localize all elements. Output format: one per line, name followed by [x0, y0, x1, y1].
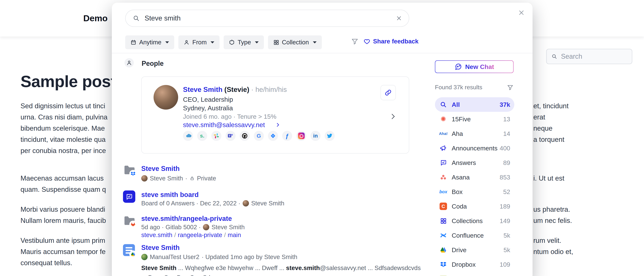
sidebar-item-asana[interactable]: Asana 853: [435, 170, 514, 184]
modal-search-bar[interactable]: [125, 10, 409, 27]
type-icon: [229, 39, 235, 45]
sidebar-item-label: Confluence: [452, 232, 484, 239]
google-icon[interactable]: G: [254, 131, 264, 141]
filter-from[interactable]: From: [178, 36, 220, 49]
result-row[interactable]: steve smith board Board of 0 Answers · D…: [123, 189, 414, 210]
sidebar-item-ds-config1[interactable]: IN ds_config1 3: [435, 272, 514, 276]
expand-person-chevron[interactable]: [389, 112, 397, 121]
brand-logo[interactable]: Demo: [83, 13, 108, 23]
box-icon: box: [439, 189, 448, 194]
sidebar-item-collections[interactable]: Collections 149: [435, 214, 514, 228]
salesforce-icon[interactable]: [183, 131, 193, 141]
result-row[interactable]: steve.smith/rangeela-private 5d ago · Gi…: [123, 213, 414, 241]
person-name-link[interactable]: Steve Smith: [183, 86, 222, 93]
sidebar-item-label: Aha: [452, 130, 463, 137]
linkedin-icon[interactable]: in: [310, 131, 320, 141]
blog-search-input[interactable]: [561, 52, 627, 60]
sidebar-item-all[interactable]: All 37k: [435, 97, 514, 112]
sidebar-item-answers[interactable]: Answers 89: [435, 156, 514, 170]
breadcrumb-segment[interactable]: main: [228, 232, 241, 238]
new-chat-button[interactable]: New Chat: [435, 60, 514, 73]
sidebar-item-coda[interactable]: C Coda 189: [435, 199, 514, 214]
filter-anytime[interactable]: Anytime: [125, 36, 174, 49]
sidebar-item-15five[interactable]: ✺ 15Five 13: [435, 112, 514, 126]
sidebar-item-aha[interactable]: Aha! Aha 14: [435, 126, 514, 141]
person-location: Sydney, Australia: [183, 104, 233, 112]
new-chat-label: New Chat: [465, 63, 494, 70]
result-meta: 5d ago · Gitlab 5002 ·: [141, 224, 201, 231]
share-feedback-label: Share feedback: [373, 38, 418, 45]
sidebar-item-count: 400: [500, 144, 510, 152]
instagram-icon[interactable]: [296, 131, 306, 141]
lock-icon: [190, 176, 195, 181]
results-count-label: Found 37k results: [435, 84, 482, 91]
filter-funnel-icon[interactable]: [351, 38, 358, 45]
separator: /: [222, 232, 228, 238]
sidebar-item-confluence[interactable]: Confluence 5k: [435, 228, 514, 243]
share-feedback-link[interactable]: Share feedback: [363, 38, 418, 45]
breadcrumb-segment[interactable]: steve.smith: [141, 232, 172, 238]
close-icon[interactable]: [518, 9, 525, 16]
result-title-link[interactable]: steve.smith/rangeela-private: [141, 215, 232, 222]
bg-text: um nec felis.: [533, 217, 572, 224]
result-privacy: Private: [197, 175, 216, 182]
sidebar-item-count: 13: [503, 116, 510, 123]
filter-collection[interactable]: Collection: [268, 36, 322, 49]
result-title-link[interactable]: Steve Smith: [141, 165, 180, 172]
sidebar-item-box[interactable]: box Box 52: [435, 184, 514, 199]
asana-icon: [440, 174, 447, 180]
chevron-right-icon[interactable]: [275, 122, 280, 128]
sidebar-item-label: All: [452, 101, 460, 108]
sidebar-item-count: 149: [500, 217, 510, 224]
showpad-icon[interactable]: s.: [197, 131, 207, 141]
bg-text: Mauris accumsan tempor fe: [20, 248, 106, 256]
sidebar-item-dropbox[interactable]: Dropbox 109: [435, 257, 514, 272]
avatar: [203, 224, 209, 230]
slack-icon[interactable]: [211, 131, 222, 141]
folder-icon: [123, 215, 136, 227]
bg-text: Maecenas accumsan lacus: [20, 174, 104, 182]
separator: ·: [251, 86, 254, 93]
confluence-icon: [440, 232, 447, 239]
result-title-link[interactable]: Steve Smith: [141, 244, 180, 252]
person-card[interactable]: Steve Smith (Stevie) · he/him/his CEO, L…: [141, 76, 409, 154]
sidebar-item-count: 3: [507, 276, 510, 276]
sidebar-item-count: 89: [503, 159, 510, 166]
result-title-link[interactable]: steve smith board: [141, 191, 199, 199]
sidebar-item-announcements[interactable]: Announcements 400: [435, 141, 514, 156]
filter-type[interactable]: Type: [224, 36, 264, 49]
filter-funnel-icon[interactable]: [507, 84, 514, 91]
people-section-icon: [124, 58, 134, 68]
result-row[interactable]: Steve Smith Steve Smith · Private: [123, 163, 414, 185]
google-doc-icon: [123, 244, 135, 256]
bg-text: Vestibulum ante ipsum prim: [20, 237, 105, 244]
result-owner: Steve Smith: [150, 175, 183, 182]
avatar: [141, 254, 148, 260]
sidebar-item-label: ds_config1: [452, 276, 482, 276]
sidebar-item-count: 37k: [500, 101, 510, 108]
facebook-icon[interactable]: ƒ: [282, 131, 292, 141]
clear-icon[interactable]: [396, 16, 402, 21]
bg-text: a torquent: [533, 136, 564, 144]
result-row[interactable]: Steve Smith ManualTest User2 · Updated 1…: [123, 244, 414, 276]
result-breadcrumb[interactable]: steve.smith/rangeela-private/main: [141, 232, 241, 238]
collection-grid-icon: [273, 39, 279, 45]
bg-text: quam. Suspendisse quam q: [20, 186, 106, 193]
result-owner: Steve Smith: [212, 224, 245, 231]
modal-search-input[interactable]: [144, 14, 391, 22]
twitter-icon[interactable]: [324, 131, 335, 141]
copy-link-button[interactable]: [380, 85, 396, 100]
sidebar-item-drive[interactable]: Drive 5k: [435, 243, 514, 257]
person-nickname: (Stevie): [224, 86, 249, 93]
coda-icon: C: [440, 202, 447, 210]
person-email-link[interactable]: steve.smith@salessavvy.net: [183, 121, 265, 128]
blog-search-box[interactable]: [546, 49, 632, 64]
breadcrumb-segment[interactable]: rangeela-private: [178, 232, 222, 238]
teams-icon[interactable]: T: [226, 131, 236, 141]
jira-icon[interactable]: [268, 131, 278, 141]
result-meta: Board of 0 Answers · Dec 22, 2022 ·: [141, 200, 240, 207]
bg-text: neque: [533, 124, 552, 132]
sidebar-item-label: Collections: [452, 217, 483, 224]
search-icon: [552, 53, 557, 60]
github-icon[interactable]: [240, 131, 250, 141]
